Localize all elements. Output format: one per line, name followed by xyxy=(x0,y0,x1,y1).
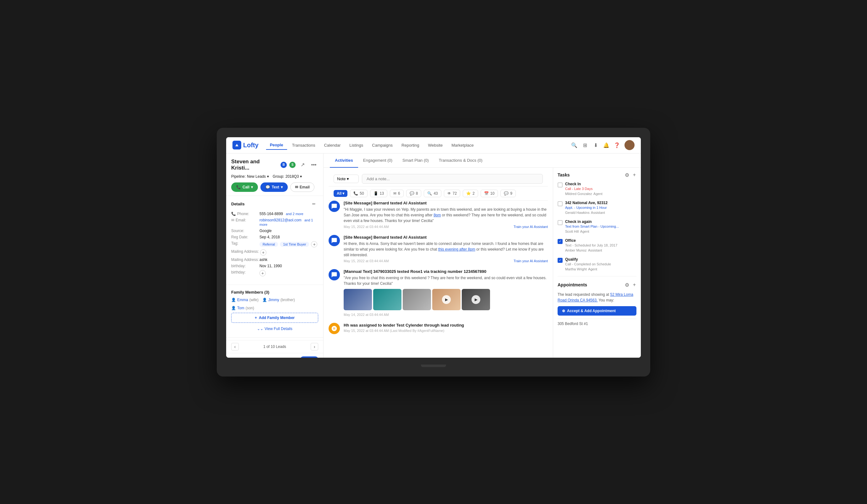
download-icon[interactable]: ⬇ xyxy=(592,142,599,148)
grid-icon[interactable]: ⊞ xyxy=(582,142,588,148)
bell-icon[interactable]: 🔔 xyxy=(603,142,609,148)
task-check-3[interactable] xyxy=(558,220,563,225)
task-item-5: ✓ Qualify Call - Completed on Schedule M… xyxy=(558,257,636,272)
image-bg-3 xyxy=(403,289,431,310)
feed-link-1[interactable]: 8pm xyxy=(434,213,441,217)
text-label: Text xyxy=(272,185,279,189)
filter-chip-appts[interactable]: 📅 10 xyxy=(481,190,498,197)
more-options-button[interactable]: ••• xyxy=(309,160,318,169)
share-button[interactable]: ↗ xyxy=(298,160,307,169)
feed-action-2[interactable]: Train your AI Assistant xyxy=(514,259,548,263)
appts-count: 10 xyxy=(490,191,494,196)
calls-icon: 📞 xyxy=(353,191,358,196)
nav-item-website[interactable]: Website xyxy=(424,141,446,149)
filter-all-button[interactable]: All ▾ xyxy=(334,190,347,197)
task-content-5: Qualify Call - Completed on Schedule Mar… xyxy=(565,257,636,272)
next-lead-button[interactable]: › xyxy=(311,343,318,351)
family-section: Family Members (3) 👤 Emma (wife) 👤 Jimmy… xyxy=(226,287,323,335)
prev-lead-button[interactable]: ‹ xyxy=(231,343,239,351)
filter-chip-chats[interactable]: 💬 8 xyxy=(406,190,421,197)
chats-count: 8 xyxy=(416,191,418,196)
feed-avatar-3 xyxy=(329,269,340,280)
logo[interactable]: Lofty xyxy=(233,141,258,149)
appts-add-button[interactable]: + xyxy=(632,281,636,289)
task-check-1[interactable] xyxy=(558,182,563,187)
group-selector[interactable]: Group: 2018Q3 ▾ xyxy=(273,174,302,179)
divider xyxy=(226,285,323,285)
image-thumb-4[interactable]: ▶ xyxy=(432,289,461,310)
pagination-row: ‹ 1 of 10 Leads › xyxy=(226,340,323,353)
feed-action-1[interactable]: Train your AI Assistant xyxy=(514,225,548,228)
nav-item-listings[interactable]: Listings xyxy=(345,141,367,149)
family-members: 👤 Emma (wife) 👤 Jimmy (brother) 👤 Tom xyxy=(231,298,318,310)
filter-chip-stars[interactable]: ⭐ 2 xyxy=(463,190,478,197)
edit-details-button[interactable]: ✏ xyxy=(309,200,318,208)
searches-count: 43 xyxy=(434,191,438,196)
task-check-4[interactable]: ✓ xyxy=(558,239,563,244)
filter-chip-searches[interactable]: 🔍 43 xyxy=(424,190,441,197)
insight-header: Insight Active xyxy=(231,356,318,358)
appts-settings-button[interactable]: ⚙ xyxy=(624,281,630,289)
stars-icon: ⭐ xyxy=(466,191,471,196)
note-type-selector[interactable]: Note ▾ xyxy=(334,175,359,183)
badge-b: B xyxy=(280,162,287,168)
text-button[interactable]: 💬 Text ▾ xyxy=(260,182,288,192)
nav-item-reporting[interactable]: Reporting xyxy=(398,141,423,149)
add-mailing-button[interactable]: + xyxy=(260,249,266,256)
feed-title-4: Hh was assigned to lender Test Cylender … xyxy=(344,323,548,328)
contact-header: Steven and Kristi... B S ↗ ••• Pipeline:… xyxy=(226,153,323,196)
add-family-button[interactable]: + Add Family Member xyxy=(231,313,318,323)
tom-name: Tom xyxy=(237,306,244,310)
feed-body-1: "Hi Maggie, I saw your reviews on Yelp. … xyxy=(344,207,548,224)
help-icon[interactable]: ❓ xyxy=(614,142,620,148)
details-section: Details ✏ 📞 Phone: 555-164-8899 and 2 mo… xyxy=(226,196,323,282)
tasks-add-button[interactable]: + xyxy=(632,171,636,179)
accept-add-appointment-button[interactable]: ⊕ Accept & Add Appointment xyxy=(558,306,636,315)
filter-chip-emails[interactable]: ✉ 6 xyxy=(390,190,404,197)
nav-item-marketplace[interactable]: Marketplace xyxy=(448,141,478,149)
add-tag-button[interactable]: + xyxy=(311,241,317,247)
task-check-2[interactable] xyxy=(558,201,563,206)
views-count: 72 xyxy=(453,191,457,196)
jimmy-name: Jimmy xyxy=(268,298,279,302)
note-input[interactable] xyxy=(362,174,543,184)
add-birthday-button[interactable]: + xyxy=(259,270,266,276)
feed-meta-3: May 14, 2022 at 03:44:44 AM xyxy=(344,313,548,317)
appts-header: Appointments ⚙ + xyxy=(558,281,636,289)
nav-item-calendar[interactable]: Calendar xyxy=(320,141,344,149)
email-link[interactable]: robinson92812@aol.com xyxy=(259,218,302,222)
pipeline-row: Pipeline: New Leads ▾ Group: 2018Q3 ▾ xyxy=(231,174,318,179)
tab-transactions[interactable]: Transactions & Docs (0) xyxy=(434,153,488,168)
appt-description: The lead requested showing at 52 Mira Lo… xyxy=(558,292,636,303)
top-nav: Lofty People Transactions Calendar Listi… xyxy=(226,137,641,153)
email-button[interactable]: ✉ Email xyxy=(290,182,314,192)
view-full-details-button[interactable]: ⌄⌄ View Full Details xyxy=(231,325,318,332)
avatar[interactable] xyxy=(624,140,634,150)
feed-link-2[interactable]: this evening after 8pm xyxy=(438,247,475,251)
group-value: 2018Q3 xyxy=(286,174,299,179)
tag-label: Tag: xyxy=(231,241,259,246)
task-item-1: Check In Call - Late 3 Days Mildred Gonz… xyxy=(558,182,636,196)
tab-activities[interactable]: Activities xyxy=(330,153,358,168)
details-header: Details ✏ xyxy=(231,200,318,208)
feed-title-2: [Site Message] Bernard texted AI Assista… xyxy=(344,235,548,239)
task-check-5[interactable]: ✓ xyxy=(558,258,563,263)
filter-chip-calls[interactable]: 📞 50 xyxy=(350,190,367,197)
search-icon[interactable]: 🔍 xyxy=(571,142,577,148)
nav-item-people[interactable]: People xyxy=(266,141,287,150)
filter-chip-notes[interactable]: 💬 9 xyxy=(500,190,516,197)
feed-title-3: [Mannual Text] 3479033025 texted Rose1 v… xyxy=(344,269,548,274)
email-icon-small: ✉ xyxy=(231,218,234,222)
all-chevron: ▾ xyxy=(342,191,344,196)
filter-chip-views[interactable]: 👁 72 xyxy=(444,190,460,197)
image-thumb-5[interactable]: ▶ xyxy=(462,289,490,310)
tab-engagement[interactable]: Engagement (0) xyxy=(358,153,397,168)
tasks-settings-button[interactable]: ⚙ xyxy=(624,171,630,179)
mailing1-label: Mailing Address: xyxy=(231,249,259,254)
pipeline-selector[interactable]: Pipeline: New Leads ▾ xyxy=(231,174,269,179)
call-button[interactable]: 📞 Call ▾ xyxy=(231,182,258,192)
nav-item-transactions[interactable]: Transactions xyxy=(288,141,319,149)
tab-smartplan[interactable]: Smart Plan (0) xyxy=(397,153,434,168)
nav-item-campaigns[interactable]: Campaigns xyxy=(368,141,396,149)
filter-chip-texts[interactable]: 📱 13 xyxy=(370,190,387,197)
